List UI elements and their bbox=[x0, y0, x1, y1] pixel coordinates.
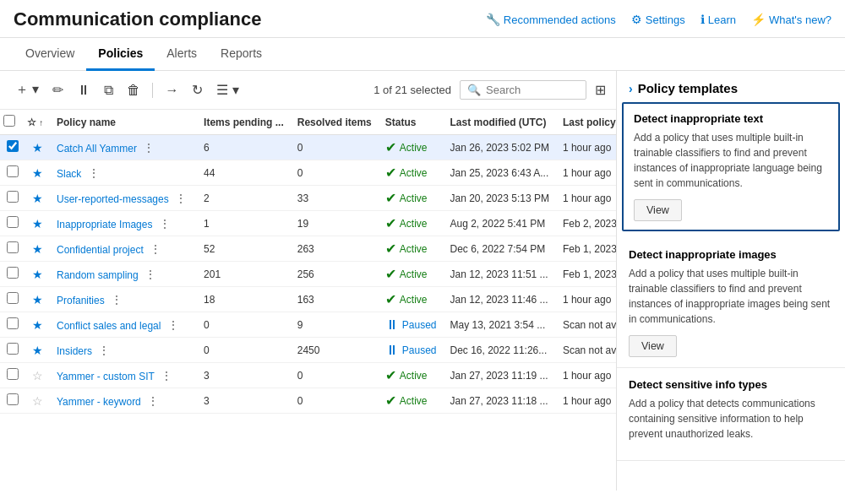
tab-policies[interactable]: Policies bbox=[86, 38, 155, 71]
star-icon[interactable]: ★ bbox=[32, 268, 43, 281]
star-icon[interactable]: ☆ bbox=[32, 369, 43, 382]
refresh-button[interactable]: ↻ bbox=[187, 79, 208, 101]
star-icon[interactable]: ★ bbox=[32, 166, 43, 180]
column-settings-button[interactable]: ☰ ▾ bbox=[211, 79, 243, 101]
row-checkbox[interactable] bbox=[7, 343, 19, 355]
status-badge: ✔Active bbox=[385, 394, 437, 408]
star-icon[interactable]: ★ bbox=[32, 344, 43, 357]
pending-count: 6 bbox=[204, 142, 210, 154]
tab-alerts[interactable]: Alerts bbox=[155, 38, 209, 71]
move-button[interactable]: → bbox=[160, 79, 183, 101]
status-text: Active bbox=[400, 395, 428, 407]
recommended-actions-link[interactable]: 🔧 Recommended actions bbox=[486, 13, 616, 26]
row-menu-button[interactable]: ⋮ bbox=[107, 293, 126, 306]
select-all-checkbox[interactable] bbox=[3, 115, 15, 127]
row-menu-button[interactable]: ⋮ bbox=[141, 268, 160, 281]
view-template-button[interactable]: View bbox=[634, 199, 682, 221]
template-title: Detect inappropriate images bbox=[629, 248, 833, 261]
row-checkbox[interactable] bbox=[7, 317, 19, 329]
row-menu-button[interactable]: ⋮ bbox=[139, 141, 158, 154]
th-last-policy[interactable]: Last policy s bbox=[556, 110, 616, 135]
th-last-modified[interactable]: Last modified (UTC) bbox=[444, 110, 556, 135]
policy-name[interactable]: Inappropriate Images bbox=[57, 219, 152, 230]
status-badge: ✔Active bbox=[385, 242, 437, 256]
policy-name[interactable]: Yammer - keyword bbox=[57, 396, 141, 408]
star-icon[interactable]: ★ bbox=[32, 318, 43, 332]
row-checkbox[interactable] bbox=[7, 165, 19, 177]
star-icon[interactable]: ★ bbox=[32, 293, 43, 306]
row-menu-button[interactable]: ⋮ bbox=[84, 166, 103, 180]
status-badge: ✔Active bbox=[385, 166, 437, 180]
row-menu-button[interactable]: ⋮ bbox=[144, 394, 162, 408]
row-resolved-cell: 256 bbox=[291, 262, 379, 287]
edit-button[interactable]: ✏ bbox=[47, 79, 68, 101]
learn-link[interactable]: ℹ Learn bbox=[701, 13, 736, 26]
row-checkbox[interactable] bbox=[7, 191, 19, 203]
th-items-pending[interactable]: Items pending ... bbox=[197, 110, 291, 135]
row-checkbox[interactable] bbox=[7, 216, 19, 228]
tab-reports[interactable]: Reports bbox=[209, 38, 274, 71]
policy-name[interactable]: Conflict sales and legal bbox=[57, 320, 161, 332]
table-row: ★ User-reported-messages ⋮ 2 33 ✔Active … bbox=[0, 186, 616, 211]
policy-table-container: ☆ ↑ Policy name Items pending ... Resolv… bbox=[0, 110, 616, 490]
expand-icon[interactable]: › bbox=[629, 82, 633, 95]
row-checkbox-cell bbox=[0, 186, 25, 211]
resolved-count: 9 bbox=[297, 319, 303, 331]
star-icon[interactable]: ★ bbox=[32, 192, 43, 205]
row-menu-button[interactable]: ⋮ bbox=[146, 242, 165, 256]
row-name-cell: Conflict sales and legal ⋮ bbox=[50, 312, 197, 338]
policy-name[interactable]: Catch All Yammer bbox=[57, 143, 137, 154]
settings-link[interactable]: ⚙ Settings bbox=[631, 13, 685, 26]
column-view-button[interactable]: ⊞ bbox=[595, 82, 606, 98]
star-icon[interactable]: ★ bbox=[32, 141, 43, 154]
row-checkbox-cell bbox=[0, 338, 25, 363]
star-icon[interactable]: ★ bbox=[32, 242, 43, 256]
table-header-row: ☆ ↑ Policy name Items pending ... Resolv… bbox=[0, 110, 616, 135]
row-checkbox[interactable] bbox=[7, 292, 19, 304]
policy-name[interactable]: Yammer - custom SIT bbox=[57, 371, 155, 382]
row-menu-button[interactable]: ⋮ bbox=[164, 318, 183, 332]
view-template-button[interactable]: View bbox=[629, 335, 677, 357]
row-menu-button[interactable]: ⋮ bbox=[172, 192, 190, 205]
row-menu-button[interactable]: ⋮ bbox=[155, 217, 174, 230]
table-row: ★ Random sampling ⋮ 201 256 ✔Active Jan … bbox=[0, 262, 616, 287]
status-badge: ⏸Paused bbox=[385, 344, 437, 357]
row-name-cell: Insiders ⋮ bbox=[50, 338, 197, 363]
last-modified-text: Dec 16, 2022 11:26... bbox=[450, 344, 548, 356]
search-input[interactable] bbox=[486, 84, 579, 96]
row-pending-cell: 0 bbox=[197, 312, 291, 338]
main-content: ＋ ▾ ✏ ⏸ ⧉ 🗑 → ↻ ☰ ▾ 1 of 21 selected 🔍 ⊞ bbox=[0, 71, 845, 490]
row-resolved-cell: 9 bbox=[291, 312, 379, 338]
policy-name[interactable]: Profanities bbox=[57, 295, 105, 306]
row-last-modified-cell: Jan 20, 2023 5:13 PM bbox=[444, 186, 556, 211]
row-status-cell: ✔Active bbox=[379, 236, 444, 262]
row-checkbox[interactable] bbox=[7, 393, 19, 405]
star-icon[interactable]: ☆ bbox=[32, 394, 43, 408]
star-icon[interactable]: ★ bbox=[32, 217, 43, 230]
policy-name[interactable]: Slack bbox=[57, 168, 81, 180]
pending-count: 0 bbox=[204, 319, 210, 331]
policy-name[interactable]: Insiders bbox=[57, 345, 92, 357]
pause-button[interactable]: ⏸ bbox=[72, 79, 95, 101]
row-menu-button[interactable]: ⋮ bbox=[157, 369, 176, 382]
row-checkbox[interactable] bbox=[7, 241, 19, 253]
th-resolved-items[interactable]: Resolved items bbox=[291, 110, 379, 135]
whats-new-link[interactable]: ⚡ What's new? bbox=[751, 13, 831, 26]
policy-name[interactable]: Confidential project bbox=[57, 244, 144, 256]
copy-button[interactable]: ⧉ bbox=[99, 79, 118, 101]
row-status-cell: ✔Active bbox=[379, 211, 444, 236]
policy-name[interactable]: User-reported-messages bbox=[57, 193, 169, 205]
row-checkbox[interactable] bbox=[7, 368, 19, 380]
row-name-cell: Confidential project ⋮ bbox=[50, 236, 197, 262]
policy-table: ☆ ↑ Policy name Items pending ... Resolv… bbox=[0, 110, 616, 414]
row-menu-button[interactable]: ⋮ bbox=[95, 344, 113, 357]
delete-button[interactable]: 🗑 bbox=[122, 79, 145, 101]
add-button[interactable]: ＋ ▾ bbox=[10, 78, 44, 102]
th-status[interactable]: Status bbox=[379, 110, 444, 135]
policy-name[interactable]: Random sampling bbox=[57, 269, 139, 281]
star-header-icon[interactable]: ☆ bbox=[27, 117, 36, 128]
tab-overview[interactable]: Overview bbox=[14, 38, 86, 71]
row-checkbox[interactable] bbox=[7, 140, 19, 152]
row-checkbox[interactable] bbox=[7, 267, 19, 279]
th-policy-name[interactable]: Policy name bbox=[50, 110, 197, 135]
